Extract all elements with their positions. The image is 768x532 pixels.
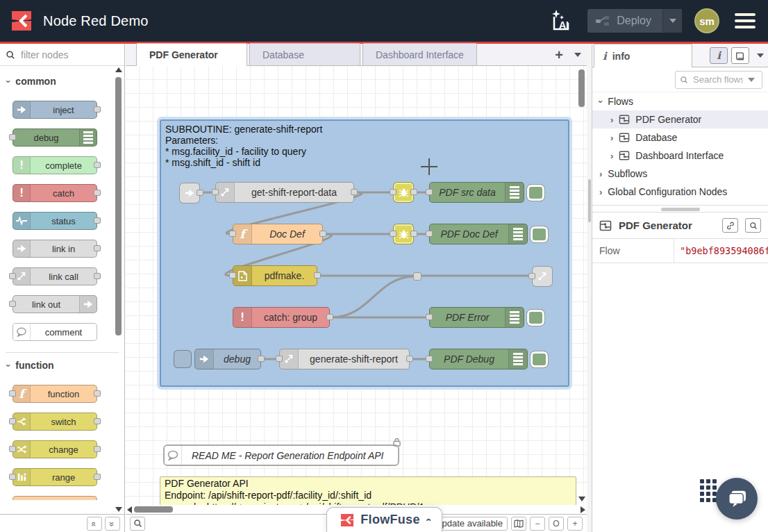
sidebar-resize-divider[interactable]	[587, 44, 592, 532]
node-pdf-doc-def[interactable]: PDF Doc Def	[429, 224, 528, 244]
collapse-all-button[interactable]: «	[87, 517, 102, 531]
sidebar-options-caret[interactable]	[757, 53, 764, 58]
output-port[interactable]	[94, 446, 101, 452]
input-port[interactable]	[426, 189, 433, 195]
deploy-options-caret[interactable]	[662, 9, 682, 33]
palette-node-status[interactable]: status	[12, 212, 97, 230]
help-book-button[interactable]	[731, 47, 749, 64]
tab-dashboard-interface[interactable]: Dashboard Interface	[362, 43, 477, 65]
deploy-button[interactable]: Deploy	[587, 9, 682, 33]
input-port[interactable]	[9, 273, 16, 279]
palette-node-switch[interactable]: switch	[12, 413, 97, 431]
palette-node-range[interactable]: range	[12, 468, 97, 486]
output-port[interactable]	[406, 356, 413, 362]
tab-info[interactable]: i info	[594, 44, 692, 67]
output-port[interactable]	[94, 106, 101, 113]
navigator-map-icon[interactable]	[511, 517, 526, 531]
output-port[interactable]	[319, 231, 326, 237]
palette-filter-input[interactable]	[19, 49, 110, 61]
tree-flows-header[interactable]: › Flows	[592, 92, 768, 110]
palette-node-link-in[interactable]: link in	[12, 240, 97, 258]
node-pdf-debug[interactable]: PDF Debug	[429, 349, 528, 369]
tab-pdf-generator[interactable]: PDF Generator	[136, 43, 247, 66]
debug-toggle-button[interactable]	[530, 226, 549, 243]
canvas-vertical-scrollbar[interactable]	[578, 68, 585, 503]
copy-link-button[interactable]	[722, 218, 738, 233]
palette-node-link-call[interactable]: link call	[12, 267, 97, 285]
zoom-out-button[interactable]: −	[530, 517, 545, 531]
input-port[interactable]	[9, 418, 16, 424]
palette-node-catch[interactable]: ! catch	[12, 184, 97, 202]
tree-item-pdf-generator[interactable]: › PDF Generator	[592, 110, 768, 128]
node-pdf-error[interactable]: PDF Error	[429, 307, 524, 328]
input-port[interactable]	[9, 390, 16, 397]
tree-subflows-header[interactable]: › Subflows	[592, 165, 768, 183]
input-port[interactable]	[426, 356, 433, 362]
output-port[interactable]	[94, 418, 101, 424]
palette-node-function[interactable]: f function	[12, 385, 97, 403]
zoom-in-button[interactable]: +	[567, 517, 583, 531]
node-doc-def[interactable]: f Doc Def	[233, 224, 323, 244]
search-flows-box[interactable]	[675, 71, 762, 89]
debug-toggle-button[interactable]	[526, 184, 545, 201]
output-port[interactable]	[351, 189, 358, 195]
scroll-right-arrow[interactable]	[581, 506, 585, 513]
output-port[interactable]	[94, 273, 101, 279]
tree-item-database[interactable]: › Database	[592, 128, 768, 147]
tab-database[interactable]: Database	[249, 43, 360, 65]
node-debug-junction-1[interactable]	[393, 182, 414, 203]
palette-node-complete[interactable]: ! complete	[12, 156, 97, 174]
output-port[interactable]	[197, 190, 203, 196]
output-port[interactable]	[314, 272, 321, 279]
info-panel-button[interactable]: i	[710, 47, 728, 64]
node-get-shift-report-data[interactable]: get-shift-report-data	[215, 182, 354, 203]
input-port[interactable]	[528, 273, 535, 279]
palette-node-link-out[interactable]: link out	[12, 295, 97, 313]
input-port[interactable]	[9, 301, 16, 307]
debug-toggle-button[interactable]	[526, 309, 545, 326]
node-catch-group[interactable]: ! catch: group	[233, 307, 330, 328]
scrollbar-thumb[interactable]	[578, 69, 585, 107]
debug-toggle-button[interactable]	[530, 351, 549, 368]
node-generate-shift-report[interactable]: generate-shift-report	[279, 349, 410, 369]
palette-node-inject[interactable]: inject	[12, 101, 97, 119]
flow-list-caret[interactable]	[574, 53, 581, 57]
input-port[interactable]	[9, 474, 16, 480]
node-inject-debug[interactable]: debug	[194, 349, 261, 369]
palette-node-comment[interactable]: comment	[12, 323, 97, 341]
node-link-out[interactable]	[532, 266, 553, 287]
input-port[interactable]	[276, 356, 283, 362]
output-port[interactable]	[94, 190, 101, 196]
output-port[interactable]	[326, 314, 333, 320]
output-port[interactable]	[94, 245, 101, 251]
output-port[interactable]	[410, 231, 417, 237]
palette-category-common[interactable]: › common	[0, 69, 124, 91]
input-port[interactable]	[212, 189, 219, 195]
node-pdfmake[interactable]: pdfmake.	[233, 265, 317, 286]
wire-junction[interactable]	[413, 272, 421, 281]
node-debug-junction-2[interactable]	[393, 224, 414, 244]
input-port[interactable]	[426, 314, 433, 320]
divider-grip[interactable]	[588, 179, 591, 222]
scrollbar-thumb[interactable]	[115, 77, 122, 335]
input-port[interactable]	[229, 231, 236, 237]
input-port[interactable]	[426, 231, 433, 237]
input-port[interactable]	[390, 189, 396, 195]
api-info-group[interactable]: PDF Generator API Endpoint: /api/shift-r…	[160, 476, 576, 505]
ai-assistant-button[interactable]: AI	[547, 7, 575, 35]
scrollbar-thumb[interactable]	[134, 506, 173, 513]
palette-node-debug[interactable]: debug	[12, 128, 97, 147]
output-port[interactable]	[410, 189, 417, 195]
user-avatar[interactable]: sm	[694, 8, 719, 33]
expand-all-button[interactable]: »	[105, 517, 120, 531]
search-flows-input[interactable]	[692, 74, 744, 85]
chat-drag-handle-icon[interactable]	[700, 479, 717, 502]
input-port[interactable]	[390, 231, 396, 237]
divider-grip[interactable]	[661, 208, 700, 211]
output-port[interactable]	[94, 217, 101, 224]
add-flow-button[interactable]: +	[555, 48, 563, 62]
flowfuse-toolbar-button[interactable]: FlowFuse ›	[326, 507, 442, 532]
output-port[interactable]	[94, 390, 101, 397]
palette-category-function[interactable]: › function	[0, 353, 124, 375]
output-port[interactable]	[94, 162, 101, 168]
